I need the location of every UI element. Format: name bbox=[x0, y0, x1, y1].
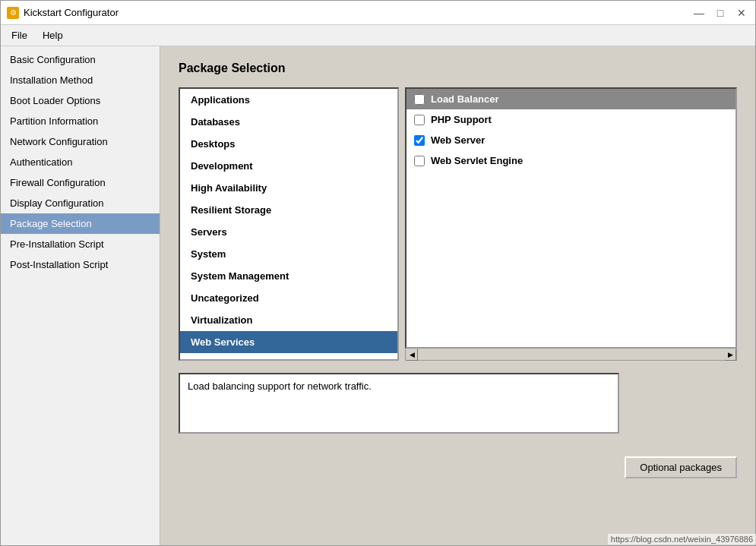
checkbox-web-servlet-engine[interactable] bbox=[414, 156, 425, 166]
app-icon: ⚙ bbox=[7, 7, 19, 19]
group-system[interactable]: System bbox=[180, 243, 397, 265]
group-desktops[interactable]: Desktops bbox=[180, 133, 397, 155]
scrollbar-left-arrow[interactable]: ◀ bbox=[406, 349, 418, 361]
package-web-server[interactable]: Web Server bbox=[406, 130, 735, 150]
packages-container: Applications Databases Desktops Developm… bbox=[179, 87, 737, 361]
group-servers[interactable]: Servers bbox=[180, 221, 397, 243]
sidebar-item-network-configuration[interactable]: Network Configuration bbox=[1, 131, 160, 152]
checkbox-web-server[interactable] bbox=[414, 135, 425, 146]
package-web-servlet-engine[interactable]: Web Servlet Engine bbox=[406, 150, 735, 171]
sidebar-item-authentication[interactable]: Authentication bbox=[1, 152, 160, 172]
package-load-balancer[interactable]: Load Balancer bbox=[406, 89, 735, 109]
checkbox-php-support[interactable] bbox=[414, 115, 425, 125]
title-bar: ⚙ Kickstart Configurator — □ ✕ bbox=[1, 1, 755, 25]
group-development[interactable]: Development bbox=[180, 155, 397, 177]
group-uncategorized[interactable]: Uncategorized bbox=[180, 287, 397, 309]
window-title: Kickstart Configurator bbox=[24, 7, 119, 18]
bottom-area: Optional packages bbox=[179, 449, 737, 478]
scrollbar-track[interactable] bbox=[418, 349, 724, 360]
content-area: Package Selection Applications Databases… bbox=[160, 46, 755, 545]
packages-horizontal-scrollbar: ◀ ▶ bbox=[405, 349, 737, 361]
sidebar: Basic Configuration Installation Method … bbox=[1, 46, 160, 545]
group-databases[interactable]: Databases bbox=[180, 111, 397, 133]
sidebar-item-firewall-configuration[interactable]: Firewall Configuration bbox=[1, 172, 160, 193]
group-applications[interactable]: Applications bbox=[180, 89, 397, 111]
menu-bar: File Help bbox=[1, 25, 755, 46]
package-groups-list[interactable]: Applications Databases Desktops Developm… bbox=[179, 87, 399, 361]
sidebar-item-installation-method[interactable]: Installation Method bbox=[1, 70, 160, 90]
group-web-services[interactable]: Web Services bbox=[180, 331, 397, 353]
group-resilient-storage[interactable]: Resilient Storage bbox=[180, 199, 397, 221]
package-label-load-balancer: Load Balancer bbox=[431, 93, 499, 105]
title-bar-left: ⚙ Kickstart Configurator bbox=[7, 7, 119, 19]
package-label-php-support: PHP Support bbox=[431, 114, 492, 125]
package-label-web-servlet-engine: Web Servlet Engine bbox=[431, 155, 523, 166]
sidebar-item-post-installation-script[interactable]: Post-Installation Script bbox=[1, 254, 160, 275]
sidebar-item-boot-loader-options[interactable]: Boot Loader Options bbox=[1, 90, 160, 111]
sidebar-item-pre-installation-script[interactable]: Pre-Installation Script bbox=[1, 234, 160, 254]
window-controls: — □ ✕ bbox=[691, 5, 749, 21]
package-php-support[interactable]: PHP Support bbox=[406, 109, 735, 130]
menu-help[interactable]: Help bbox=[35, 27, 71, 44]
sidebar-item-basic-configuration[interactable]: Basic Configuration bbox=[1, 49, 160, 70]
group-high-availability[interactable]: High Availability bbox=[180, 177, 397, 199]
page-title: Package Selection bbox=[179, 62, 737, 75]
sidebar-item-partition-information[interactable]: Partition Information bbox=[1, 111, 160, 131]
minimize-button[interactable]: — bbox=[691, 5, 707, 21]
group-system-management[interactable]: System Management bbox=[180, 265, 397, 287]
main-window: ⚙ Kickstart Configurator — □ ✕ File Help… bbox=[0, 0, 756, 546]
sidebar-item-display-configuration[interactable]: Display Configuration bbox=[1, 193, 160, 213]
maximize-button[interactable]: □ bbox=[713, 5, 728, 21]
right-panel-wrapper: Load Balancer PHP Support Web Server bbox=[405, 87, 737, 361]
sidebar-item-package-selection[interactable]: Package Selection bbox=[1, 213, 160, 234]
close-button[interactable]: ✕ bbox=[734, 5, 749, 21]
main-content: Basic Configuration Installation Method … bbox=[1, 46, 755, 545]
description-box: Load balancing support for network traff… bbox=[179, 373, 619, 434]
package-label-web-server: Web Server bbox=[431, 134, 485, 146]
watermark: https://blog.csdn.net/weixin_43976886 bbox=[608, 534, 756, 544]
group-virtualization[interactable]: Virtualization bbox=[180, 309, 397, 331]
packages-list[interactable]: Load Balancer PHP Support Web Server bbox=[405, 87, 737, 349]
scrollbar-right-arrow[interactable]: ▶ bbox=[724, 349, 736, 361]
optional-packages-button[interactable]: Optional packages bbox=[625, 456, 737, 478]
menu-file[interactable]: File bbox=[4, 27, 35, 44]
checkbox-load-balancer[interactable] bbox=[414, 94, 425, 105]
